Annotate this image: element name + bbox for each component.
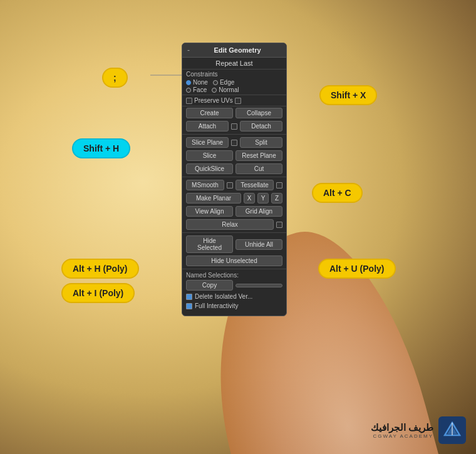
create-button[interactable]: Create [186,108,233,118]
unhide-all-button[interactable]: Unhide All [235,239,282,250]
full-interactivity-checkbox[interactable] [186,303,192,309]
z-button[interactable]: Z [271,193,282,204]
radio-none-label: None [193,79,208,86]
badge-semicolon: ; [102,68,128,88]
separator-4 [182,269,286,269]
radio-edge[interactable]: Edge [213,79,234,86]
panel-header: - Edit Geometry [182,43,286,58]
radio-face-dot [186,88,191,93]
make-planar-row: Make Planar X Y Z [182,192,286,205]
logo-arabic-text: طريف الجرافيك [371,422,433,433]
delete-isolated-row: Delete Isolated Ver... [182,292,286,301]
radio-normal-dot [212,88,217,93]
relax-checkbox[interactable] [276,222,282,228]
attach-detach-row: Attach Detach [182,120,286,133]
badge-alt-u: Alt + U (Poly) [318,259,396,279]
tessellate-checkbox[interactable] [276,182,282,188]
tessellate-button[interactable]: Tessellate [235,180,274,190]
paste-button[interactable] [235,284,282,287]
badge-alt-i: Alt + I (Poly) [61,283,135,303]
slice-plane-split-row: Slice Plane Split [182,136,286,149]
attach-settings-icon[interactable] [231,123,237,130]
full-interactivity-row: Full Interactivity [182,301,286,311]
msmooth-button[interactable]: MSmooth [186,180,224,190]
badge-alt-c: Alt + C [312,183,363,203]
radio-face[interactable]: Face [186,86,207,93]
grid-align-button[interactable]: Grid Align [235,206,282,217]
delete-isolated-checkbox[interactable] [186,294,192,300]
hide-selected-button[interactable]: Hide Selected [186,235,233,253]
hide-selected-row: Hide Selected Unhide All [182,234,286,254]
radio-edge-label: Edge [220,79,234,86]
quickslice-cut-row: QuickSlice Cut [182,162,286,175]
badge-shift-h-label: Shift + H [83,143,119,153]
hide-unselected-row: Hide Unselected [182,254,286,267]
preserve-checkbox-right[interactable] [235,98,241,104]
collapse-button[interactable]: Collapse [235,108,282,118]
preserve-label: Preserve UVs [194,97,233,104]
separator-1 [182,134,286,135]
logo-english-text: CGWAY ACADEMY [371,433,433,439]
quickslice-button[interactable]: QuickSlice [186,163,233,174]
x-button[interactable]: X [244,193,255,204]
badge-alt-c-label: Alt + C [323,188,351,198]
align-row: View Align Grid Align [182,205,286,218]
view-align-button[interactable]: View Align [186,206,233,217]
relax-row: Relax [182,218,286,231]
full-interactivity-label: Full Interactivity [195,302,238,309]
radio-edge-dot [213,80,218,85]
named-selections-label: Named Selections: [182,271,286,279]
badge-alt-i-label: Alt + I (Poly) [73,288,123,298]
reset-plane-button[interactable]: Reset Plane [235,150,282,161]
constraints-label: Constraints [182,70,286,78]
msmooth-checkbox[interactable] [227,182,233,188]
edit-geometry-panel: - Edit Geometry Repeat Last Constraints … [182,43,287,316]
logo-svg [443,421,461,439]
relax-button[interactable]: Relax [186,219,274,230]
logo-icon [438,416,466,444]
preserve-checkbox-left[interactable] [186,98,192,104]
radio-none[interactable]: None [186,79,208,86]
attach-button[interactable]: Attach [186,121,229,132]
detach-button[interactable]: Detach [240,121,282,132]
radio-normal-label: Normal [219,86,239,93]
badge-alt-h: Alt + H (Poly) [61,259,139,279]
badge-shift-x-label: Shift + X [331,90,366,100]
radio-normal[interactable]: Normal [212,86,239,93]
logo-area: طريف الجرافيك CGWAY ACADEMY [371,416,466,444]
split-checkbox[interactable] [231,140,237,146]
slice-plane-button[interactable]: Slice Plane [186,137,229,148]
delete-isolated-label: Delete Isolated Ver... [195,293,252,300]
split-button[interactable]: Split [240,137,282,148]
hide-unselected-button[interactable]: Hide Unselected [186,255,282,266]
panel-title: Edit Geometry [194,46,281,54]
logo-row: طريف الجرافيك CGWAY ACADEMY [371,416,466,444]
copy-button[interactable]: Copy [186,280,233,291]
radio-row-2: Face Normal [186,86,282,93]
radio-none-dot [186,80,191,85]
badge-shift-h: Shift + H [72,138,130,158]
y-button[interactable]: Y [257,193,269,204]
badge-semicolon-label: ; [113,73,116,83]
badge-shift-x: Shift + X [319,85,377,105]
make-planar-button[interactable]: Make Planar [186,193,241,204]
panel-collapse-icon[interactable]: - [187,46,190,54]
separator-3 [182,232,286,233]
preserve-row: Preserve UVs [182,95,286,106]
radio-row-1: None Edge [186,79,282,86]
create-collapse-row: Create Collapse [182,106,286,120]
separator-2 [182,177,286,177]
repeat-last-button[interactable]: Repeat Last [209,59,259,68]
msmooth-tessellate-row: MSmooth Tessellate [182,178,286,192]
badge-alt-h-label: Alt + H (Poly) [73,264,128,274]
slice-button[interactable]: Slice [186,150,233,161]
radio-face-label: Face [193,86,207,93]
constraints-group: None Edge Face Normal [182,78,286,95]
copy-row: Copy [182,279,286,292]
cut-button[interactable]: Cut [235,163,282,174]
badge-alt-u-label: Alt + U (Poly) [329,264,385,274]
repeat-last-row: Repeat Last [182,58,286,70]
slice-reset-row: Slice Reset Plane [182,149,286,162]
